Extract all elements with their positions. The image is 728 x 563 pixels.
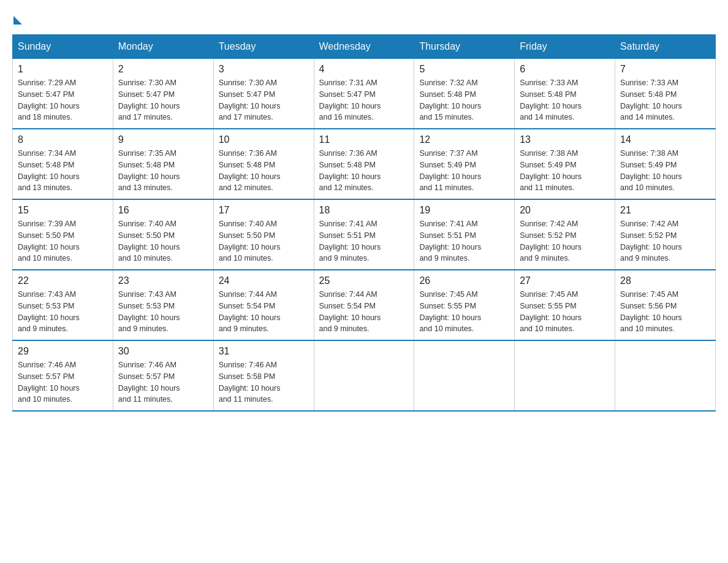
page-header bbox=[12, 12, 716, 22]
week-row-2: 8 Sunrise: 7:34 AM Sunset: 5:48 PM Dayli… bbox=[13, 129, 716, 199]
calendar-cell: 9 Sunrise: 7:35 AM Sunset: 5:48 PM Dayli… bbox=[113, 129, 213, 199]
calendar-cell: 14 Sunrise: 7:38 AM Sunset: 5:49 PM Dayl… bbox=[615, 129, 716, 199]
calendar-cell: 25 Sunrise: 7:44 AM Sunset: 5:54 PM Dayl… bbox=[314, 270, 414, 340]
day-number: 23 bbox=[118, 275, 208, 286]
day-number: 8 bbox=[18, 134, 108, 145]
calendar-cell: 4 Sunrise: 7:31 AM Sunset: 5:47 PM Dayli… bbox=[314, 59, 414, 129]
calendar-cell bbox=[414, 340, 515, 411]
day-number: 6 bbox=[520, 64, 610, 75]
day-info: Sunrise: 7:33 AM Sunset: 5:48 PM Dayligh… bbox=[520, 77, 610, 123]
day-info: Sunrise: 7:32 AM Sunset: 5:48 PM Dayligh… bbox=[419, 77, 509, 123]
calendar-cell bbox=[314, 340, 414, 411]
logo-arrow-icon bbox=[13, 16, 22, 25]
calendar-cell: 23 Sunrise: 7:43 AM Sunset: 5:53 PM Dayl… bbox=[113, 270, 213, 340]
day-info: Sunrise: 7:40 AM Sunset: 5:50 PM Dayligh… bbox=[219, 218, 309, 264]
day-number: 27 bbox=[520, 275, 610, 286]
calendar-cell: 30 Sunrise: 7:46 AM Sunset: 5:57 PM Dayl… bbox=[113, 340, 213, 411]
day-number: 4 bbox=[319, 64, 409, 75]
day-info: Sunrise: 7:42 AM Sunset: 5:52 PM Dayligh… bbox=[620, 218, 710, 264]
calendar-cell: 20 Sunrise: 7:42 AM Sunset: 5:52 PM Dayl… bbox=[515, 199, 615, 270]
calendar-cell: 1 Sunrise: 7:29 AM Sunset: 5:47 PM Dayli… bbox=[13, 59, 113, 129]
day-number: 14 bbox=[620, 134, 710, 145]
day-info: Sunrise: 7:39 AM Sunset: 5:50 PM Dayligh… bbox=[18, 218, 108, 264]
day-info: Sunrise: 7:41 AM Sunset: 5:51 PM Dayligh… bbox=[319, 218, 409, 264]
header-friday: Friday bbox=[515, 35, 615, 59]
day-info: Sunrise: 7:35 AM Sunset: 5:48 PM Dayligh… bbox=[118, 148, 208, 194]
day-info: Sunrise: 7:46 AM Sunset: 5:57 PM Dayligh… bbox=[18, 359, 108, 405]
day-number: 20 bbox=[520, 205, 610, 216]
week-row-5: 29 Sunrise: 7:46 AM Sunset: 5:57 PM Dayl… bbox=[13, 340, 716, 411]
week-row-4: 22 Sunrise: 7:43 AM Sunset: 5:53 PM Dayl… bbox=[13, 270, 716, 340]
day-info: Sunrise: 7:29 AM Sunset: 5:47 PM Dayligh… bbox=[18, 77, 108, 123]
day-info: Sunrise: 7:44 AM Sunset: 5:54 PM Dayligh… bbox=[219, 289, 309, 335]
day-number: 16 bbox=[118, 205, 208, 216]
day-number: 3 bbox=[219, 64, 309, 75]
day-number: 28 bbox=[620, 275, 710, 286]
calendar-cell: 10 Sunrise: 7:36 AM Sunset: 5:48 PM Dayl… bbox=[213, 129, 314, 199]
day-info: Sunrise: 7:34 AM Sunset: 5:48 PM Dayligh… bbox=[18, 148, 108, 194]
day-info: Sunrise: 7:45 AM Sunset: 5:56 PM Dayligh… bbox=[620, 289, 710, 335]
day-info: Sunrise: 7:46 AM Sunset: 5:57 PM Dayligh… bbox=[118, 359, 208, 405]
calendar-cell: 19 Sunrise: 7:41 AM Sunset: 5:51 PM Dayl… bbox=[414, 199, 515, 270]
day-number: 31 bbox=[219, 346, 309, 357]
calendar-cell: 26 Sunrise: 7:45 AM Sunset: 5:55 PM Dayl… bbox=[414, 270, 515, 340]
calendar-cell: 7 Sunrise: 7:33 AM Sunset: 5:48 PM Dayli… bbox=[615, 59, 716, 129]
day-info: Sunrise: 7:33 AM Sunset: 5:48 PM Dayligh… bbox=[620, 77, 710, 123]
day-number: 25 bbox=[319, 275, 409, 286]
calendar-cell: 27 Sunrise: 7:45 AM Sunset: 5:55 PM Dayl… bbox=[515, 270, 615, 340]
calendar-cell: 11 Sunrise: 7:36 AM Sunset: 5:48 PM Dayl… bbox=[314, 129, 414, 199]
day-number: 15 bbox=[18, 205, 108, 216]
day-info: Sunrise: 7:41 AM Sunset: 5:51 PM Dayligh… bbox=[419, 218, 509, 264]
header-thursday: Thursday bbox=[414, 35, 515, 59]
day-number: 2 bbox=[118, 64, 208, 75]
day-number: 13 bbox=[520, 134, 610, 145]
calendar-cell: 3 Sunrise: 7:30 AM Sunset: 5:47 PM Dayli… bbox=[213, 59, 314, 129]
calendar-cell: 31 Sunrise: 7:46 AM Sunset: 5:58 PM Dayl… bbox=[213, 340, 314, 411]
calendar-cell: 16 Sunrise: 7:40 AM Sunset: 5:50 PM Dayl… bbox=[113, 199, 213, 270]
day-info: Sunrise: 7:37 AM Sunset: 5:49 PM Dayligh… bbox=[419, 148, 509, 194]
day-info: Sunrise: 7:38 AM Sunset: 5:49 PM Dayligh… bbox=[620, 148, 710, 194]
day-info: Sunrise: 7:30 AM Sunset: 5:47 PM Dayligh… bbox=[219, 77, 309, 123]
calendar-cell: 2 Sunrise: 7:30 AM Sunset: 5:47 PM Dayli… bbox=[113, 59, 213, 129]
day-info: Sunrise: 7:45 AM Sunset: 5:55 PM Dayligh… bbox=[419, 289, 509, 335]
day-number: 26 bbox=[419, 275, 509, 286]
calendar-cell bbox=[515, 340, 615, 411]
day-info: Sunrise: 7:43 AM Sunset: 5:53 PM Dayligh… bbox=[18, 289, 108, 335]
day-number: 1 bbox=[18, 64, 108, 75]
day-number: 5 bbox=[419, 64, 509, 75]
day-info: Sunrise: 7:30 AM Sunset: 5:47 PM Dayligh… bbox=[118, 77, 208, 123]
calendar-cell: 29 Sunrise: 7:46 AM Sunset: 5:57 PM Dayl… bbox=[13, 340, 113, 411]
day-number: 30 bbox=[118, 346, 208, 357]
day-info: Sunrise: 7:46 AM Sunset: 5:58 PM Dayligh… bbox=[219, 359, 309, 405]
header-saturday: Saturday bbox=[615, 35, 716, 59]
day-number: 12 bbox=[419, 134, 509, 145]
day-number: 21 bbox=[620, 205, 710, 216]
day-number: 10 bbox=[219, 134, 309, 145]
day-number: 24 bbox=[219, 275, 309, 286]
day-number: 7 bbox=[620, 64, 710, 75]
day-info: Sunrise: 7:40 AM Sunset: 5:50 PM Dayligh… bbox=[118, 218, 208, 264]
calendar-cell: 22 Sunrise: 7:43 AM Sunset: 5:53 PM Dayl… bbox=[13, 270, 113, 340]
calendar-cell: 18 Sunrise: 7:41 AM Sunset: 5:51 PM Dayl… bbox=[314, 199, 414, 270]
calendar-cell: 8 Sunrise: 7:34 AM Sunset: 5:48 PM Dayli… bbox=[13, 129, 113, 199]
day-info: Sunrise: 7:42 AM Sunset: 5:52 PM Dayligh… bbox=[520, 218, 610, 264]
calendar-cell: 24 Sunrise: 7:44 AM Sunset: 5:54 PM Dayl… bbox=[213, 270, 314, 340]
day-info: Sunrise: 7:31 AM Sunset: 5:47 PM Dayligh… bbox=[319, 77, 409, 123]
day-info: Sunrise: 7:43 AM Sunset: 5:53 PM Dayligh… bbox=[118, 289, 208, 335]
logo bbox=[12, 12, 22, 22]
header-wednesday: Wednesday bbox=[314, 35, 414, 59]
day-number: 17 bbox=[219, 205, 309, 216]
day-number: 19 bbox=[419, 205, 509, 216]
header-tuesday: Tuesday bbox=[213, 35, 314, 59]
day-info: Sunrise: 7:38 AM Sunset: 5:49 PM Dayligh… bbox=[520, 148, 610, 194]
day-number: 29 bbox=[18, 346, 108, 357]
day-info: Sunrise: 7:36 AM Sunset: 5:48 PM Dayligh… bbox=[319, 148, 409, 194]
header-sunday: Sunday bbox=[13, 35, 113, 59]
calendar-header-row: SundayMondayTuesdayWednesdayThursdayFrid… bbox=[13, 35, 716, 59]
day-info: Sunrise: 7:45 AM Sunset: 5:55 PM Dayligh… bbox=[520, 289, 610, 335]
day-info: Sunrise: 7:36 AM Sunset: 5:48 PM Dayligh… bbox=[219, 148, 309, 194]
calendar-cell: 6 Sunrise: 7:33 AM Sunset: 5:48 PM Dayli… bbox=[515, 59, 615, 129]
header-monday: Monday bbox=[113, 35, 213, 59]
day-number: 22 bbox=[18, 275, 108, 286]
calendar-cell: 21 Sunrise: 7:42 AM Sunset: 5:52 PM Dayl… bbox=[615, 199, 716, 270]
